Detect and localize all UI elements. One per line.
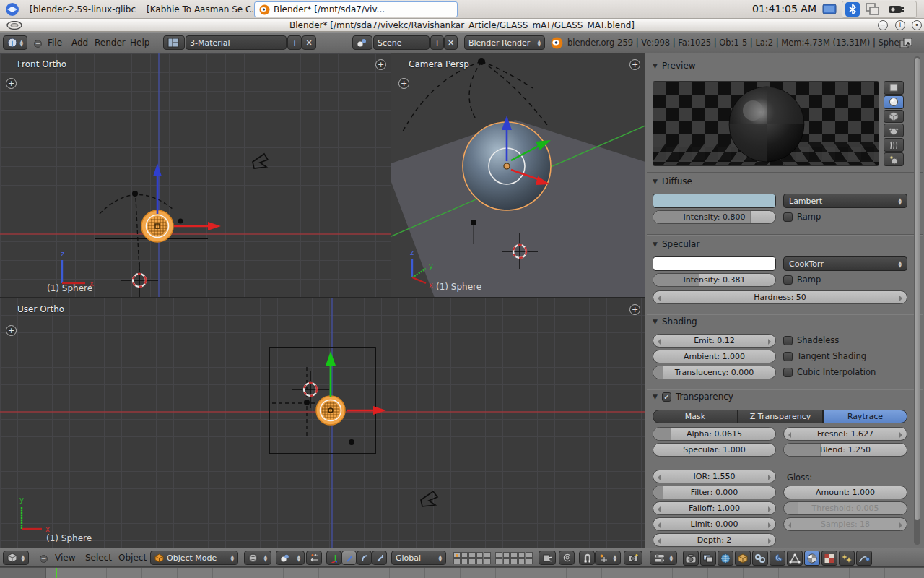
preview-monkey-button[interactable]	[884, 124, 904, 137]
transform-orientation-select[interactable]: Global▲▼	[391, 551, 446, 565]
lamp-point[interactable]	[478, 58, 485, 65]
power-plug-tray-icon[interactable]	[888, 2, 904, 17]
pivot-point-select[interactable]: ▲▼	[276, 551, 305, 565]
preview-hair-button[interactable]	[884, 138, 904, 152]
panel-header-diffuse[interactable]: ▼Diffuse	[653, 176, 692, 186]
render-engine-select[interactable]: Blender Render▲▼	[464, 35, 545, 50]
ior-field[interactable]: IOR: 1.550	[653, 470, 776, 483]
close-button[interactable]: •	[912, 20, 922, 30]
gloss-samples-field[interactable]: Samples: 18	[783, 517, 907, 531]
menu-render[interactable]: Render	[95, 38, 126, 48]
shadeless-checkbox[interactable]	[783, 336, 793, 345]
add-scene-button[interactable]: +	[430, 35, 444, 50]
toolshelf-expand-icon[interactable]: +	[398, 78, 409, 89]
windows-tray-icon[interactable]	[865, 2, 881, 17]
gloss-amount-field[interactable]: Amount: 1.000	[783, 486, 907, 499]
editor-type-button-info[interactable]: i ▲▼	[3, 35, 27, 50]
transparency-enable-checkbox[interactable]: ✓	[662, 392, 671, 402]
tab-world[interactable]	[718, 551, 733, 566]
tab-constraints[interactable]	[752, 551, 768, 566]
ambient-field[interactable]: Ambient: 1.000	[653, 350, 776, 363]
diffuse-color-swatch[interactable]	[653, 194, 776, 208]
timeline-playhead[interactable]	[56, 568, 57, 578]
scrollbar-track[interactable]	[914, 56, 920, 545]
menu-view[interactable]: View	[55, 553, 75, 563]
lamp-point-2[interactable]	[178, 219, 183, 224]
preview-flat-button[interactable]	[884, 81, 904, 95]
menu-add[interactable]: Add	[71, 38, 88, 48]
lamp-point[interactable]	[132, 191, 138, 197]
manipulator-translate-axes-button[interactable]	[326, 551, 341, 565]
limit-field[interactable]: Limit: 0.000	[653, 517, 776, 531]
lamp-point-2[interactable]	[471, 220, 476, 225]
cubic-interpolation-checkbox[interactable]	[783, 368, 793, 377]
maximize-button[interactable]: +	[895, 20, 905, 30]
menu-object[interactable]: Object	[118, 553, 147, 563]
scene-icon-button[interactable]	[352, 35, 372, 50]
delete-scene-button[interactable]: ✕	[444, 35, 458, 50]
preview-cube-button[interactable]	[884, 110, 904, 124]
screen-layout-icon-button[interactable]	[163, 35, 185, 50]
taskbar-window-media-player[interactable]: [Kabhie To Aasman Se C...	[139, 1, 253, 17]
sphere-object[interactable]	[316, 396, 345, 425]
hardness-field[interactable]: Hardness: 50	[653, 290, 907, 304]
viewport-front-ortho[interactable]: Front Ortho + +	[0, 53, 391, 298]
panel-header-shading[interactable]: ▼Shading	[653, 316, 697, 327]
bluetooth-tray-icon[interactable]	[845, 2, 860, 17]
proxy-button[interactable]	[559, 551, 575, 565]
app-launcher-icon[interactable]	[5, 2, 19, 17]
diffuse-ramp-checkbox[interactable]	[783, 212, 793, 222]
window-duplicate-icon[interactable]	[899, 38, 912, 49]
layers-widget-left[interactable]	[453, 552, 491, 564]
tab-physics[interactable]	[856, 551, 872, 566]
taskbar-window-blender[interactable]: Blender* [/mnt/sda7/viv...	[254, 1, 458, 17]
lamp-point[interactable]	[304, 400, 310, 405]
add-layout-button[interactable]: +	[287, 35, 302, 50]
snap-toggle-button[interactable]	[579, 551, 595, 565]
snap-element-select[interactable]: ▲▼	[595, 551, 621, 565]
specular-shader-select[interactable]: CookTorr▲▼	[783, 256, 907, 271]
layers-widget-right[interactable]	[495, 552, 533, 564]
transparency-raytrace-button[interactable]: Raytrace	[823, 410, 907, 423]
manipulator-rotate-button[interactable]	[357, 551, 372, 565]
tab-modifiers[interactable]	[770, 551, 785, 566]
window-titlebar[interactable]: Blender* [/mnt/sda7/vivekc/Ravishankar_A…	[0, 19, 924, 32]
collapse-menus-icon[interactable]: −	[34, 40, 42, 48]
preview-sphere-button[interactable]	[884, 95, 904, 109]
menu-help[interactable]: Help	[130, 38, 149, 48]
3d-cursor[interactable]	[121, 262, 158, 298]
viewport-shading-select[interactable]: ▲▼	[244, 551, 271, 565]
tab-render[interactable]	[683, 551, 699, 566]
screen-layout-name-field[interactable]: 3-Material	[186, 35, 287, 50]
translucency-slider[interactable]: Translucency: 0.000	[653, 366, 776, 379]
delete-layout-button[interactable]: ✕	[302, 35, 316, 50]
manipulator-scale-button[interactable]	[372, 551, 387, 565]
render-opengl-button[interactable]	[624, 551, 642, 565]
collapse-menus-icon[interactable]: −	[40, 555, 48, 563]
blend-slider[interactable]: Blend: 1.250	[783, 443, 907, 457]
depth-field[interactable]: Depth: 2	[653, 533, 776, 547]
gloss-threshold-slider[interactable]: Threshold: 0.005	[783, 501, 907, 515]
panel-header-transparency[interactable]: ▼ ✓ Transparency	[653, 392, 733, 402]
specular-color-swatch[interactable]	[653, 256, 776, 271]
taskbar-window-blender-console[interactable]: [blender-2.59-linux-glibc...	[22, 1, 136, 17]
preview-sphere-sky-button[interactable]	[884, 152, 904, 166]
tab-texture[interactable]	[821, 551, 837, 566]
scene-name-field[interactable]: Scene	[373, 35, 430, 50]
editor-type-button-3dview[interactable]: ▲▼	[3, 551, 29, 565]
timeline-strip[interactable]	[0, 567, 924, 578]
viewport-camera-persp[interactable]: z y x Camera Persp + + (1) Sphere	[391, 53, 645, 298]
menu-select[interactable]: Select	[85, 553, 112, 563]
sphere-object[interactable]	[141, 210, 173, 242]
lamp-point-2[interactable]	[349, 439, 354, 445]
timeline-header-stub[interactable]	[0, 568, 46, 578]
manipulator-translate-button[interactable]	[341, 551, 357, 565]
menu-file[interactable]: File	[48, 38, 62, 48]
diffuse-intensity-slider[interactable]: Intensity: 0.800	[653, 210, 776, 224]
camera-object[interactable]	[253, 154, 268, 168]
editor-type-button-properties[interactable]: ▲▼	[650, 551, 677, 565]
emit-field[interactable]: Emit: 0.12	[653, 334, 776, 348]
transparency-specular-slider[interactable]: Specular: 1.000	[653, 443, 776, 457]
scrollbar-thumb[interactable]	[915, 58, 920, 520]
mode-select[interactable]: Object Mode▲▼	[150, 551, 238, 565]
